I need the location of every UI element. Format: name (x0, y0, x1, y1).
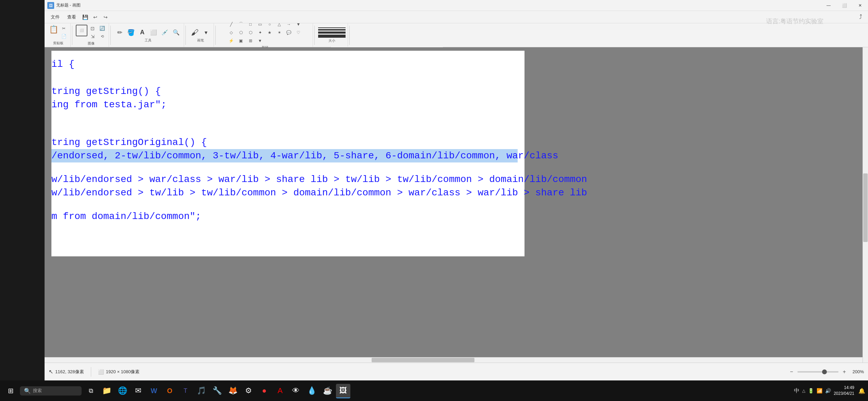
vertical-scroll-thumb[interactable] (863, 173, 868, 242)
line-tool[interactable]: ╱ (227, 21, 236, 28)
tray-wifi[interactable]: 📶 (817, 388, 822, 393)
code-line-2: tring getString() { (51, 85, 518, 98)
cursor-icon: ↖ (49, 368, 53, 375)
taskbar-search[interactable]: 🔍 搜索 (20, 386, 82, 396)
eraser-btn[interactable]: ⬜ (148, 28, 159, 37)
taskbar-app-settings[interactable]: 🔧 (210, 384, 224, 398)
code-line-1: il { (51, 58, 518, 71)
zoom-tool-btn[interactable]: 🔍 (171, 28, 182, 37)
flip-btn[interactable]: ⟲ (98, 33, 107, 40)
zoom-thumb[interactable] (822, 369, 827, 374)
brush-dropdown-btn[interactable]: ▼ (201, 28, 212, 37)
code-line-3: ing from testa.jar"; (51, 98, 518, 111)
window-controls: — ⬜ ✕ (821, 0, 868, 11)
close-button[interactable]: ✕ (852, 0, 868, 11)
position-value: 1162, 328像素 (55, 369, 84, 375)
diamond-tool[interactable]: ◇ (227, 29, 236, 36)
taskbar-app-teams[interactable]: T (178, 384, 193, 398)
taskbar-app-office[interactable]: O (162, 384, 177, 398)
arrow-tool[interactable]: → (285, 21, 293, 28)
pencil-btn[interactable]: ✏ (114, 28, 125, 37)
menu-file[interactable]: 文件 (47, 13, 63, 22)
code-content: il { tring getString() { ing from testa.… (51, 51, 525, 230)
code-line-8: w/lib/endorsed > war/class > war/lib > s… (51, 173, 518, 186)
clock-date: 2023/04/21 (834, 391, 854, 397)
dimensions-value: 1920 × 1080像素 (106, 369, 140, 375)
triangle-tool[interactable]: △ (275, 21, 284, 28)
shapes-expand-btn[interactable]: ▼ (294, 21, 303, 28)
fill-btn[interactable]: 🪣 (125, 28, 136, 37)
toolbar-brush-group: 🖌 ▼ 画笔 (187, 23, 214, 47)
star5-tool[interactable]: ★ (265, 29, 274, 36)
tray-volume[interactable]: 🔊 (825, 388, 831, 393)
save-btn[interactable]: 💾 (80, 12, 90, 22)
rounded-rect-tool[interactable]: ▭ (256, 21, 265, 28)
toolbar-shapes-group: ╱ ⌒ □ ▭ ○ △ → ▼ ◇ ⬠ ⬡ ✦ ★ ✶ 💬 ♡ (217, 23, 313, 47)
star4-tool[interactable]: ✦ (256, 29, 265, 36)
resize-btn[interactable]: ⇲ (88, 33, 97, 40)
search-icon: 🔍 (24, 388, 31, 394)
fill-shape-btn[interactable]: ⊞ (246, 37, 255, 45)
taskbar-app-music[interactable]: 🎵 (194, 384, 208, 398)
cut-btn[interactable]: 📄 (59, 33, 68, 40)
status-divider-1 (91, 367, 91, 377)
menu-view[interactable]: 查看 (64, 13, 80, 22)
rect-tool[interactable]: □ (246, 21, 255, 28)
tray-notification-btn[interactable]: 🔔 (858, 388, 865, 394)
taskbar-app-eye[interactable]: 👁 (289, 384, 303, 398)
taskbar-app-paint[interactable]: 🖼 (336, 384, 350, 398)
zoom-minus-btn[interactable]: − (788, 368, 795, 376)
taskbar-app-pdf[interactable]: A (273, 384, 287, 398)
canvas-icon: ⬜ (98, 369, 104, 375)
tray-up-arrow[interactable]: △ (802, 388, 805, 393)
star6-tool[interactable]: ✶ (275, 29, 284, 36)
callout-tool[interactable]: 💬 (285, 29, 293, 36)
watermark: 语言:粤语节约实验室 (766, 17, 823, 25)
eyedropper-btn[interactable]: 💉 (159, 28, 170, 37)
select-rect-btn[interactable]: ⬜ (76, 25, 87, 36)
vertical-scrollbar[interactable] (863, 47, 868, 363)
zoom-slider[interactable] (797, 371, 839, 373)
outline-btn[interactable]: ▣ (237, 37, 245, 45)
search-text[interactable]: 搜索 (33, 388, 42, 394)
taskbar-app-java[interactable]: ☕ (320, 384, 335, 398)
minimize-button[interactable]: — (821, 0, 836, 11)
taskbar-app-folder[interactable]: 📁 (99, 384, 114, 398)
crop-btn[interactable]: ⊡ (88, 25, 97, 32)
brush-btn[interactable]: 🖌 (189, 28, 200, 37)
taskbar-app-water[interactable]: 💧 (304, 384, 319, 398)
start-button[interactable]: ⊞ (3, 384, 18, 398)
pentagon-tool[interactable]: ⬠ (237, 29, 245, 36)
canvas-area[interactable]: il { tring getString() { ing from testa.… (45, 47, 863, 363)
brush-label: 画笔 (197, 38, 204, 43)
restore-button[interactable]: ⬜ (836, 0, 852, 11)
canvas-dimensions: ⬜ 1920 × 1080像素 (98, 369, 140, 375)
redo-btn[interactable]: ↪ (101, 12, 110, 22)
paste-btn[interactable]: 📋 (48, 25, 59, 34)
tray-clock[interactable]: 14:49 2023/04/21 (834, 385, 854, 397)
hexagon-tool[interactable]: ⬡ (246, 29, 255, 36)
lightning-tool[interactable]: ⚡ (227, 37, 236, 45)
taskbar-app-word[interactable]: W (147, 384, 161, 398)
copy-btn[interactable]: ✂ (59, 25, 68, 32)
taskbar-app-fox[interactable]: 🦊 (226, 384, 240, 398)
heart-tool[interactable]: ♡ (294, 29, 303, 36)
code-line-5: tring getStringOriginal() { (51, 136, 518, 149)
fill-dropdown-btn[interactable]: ▼ (256, 37, 265, 45)
zoom-plus-btn[interactable]: + (841, 368, 848, 376)
taskbar-app-mail[interactable]: ✉ (131, 384, 145, 398)
tray-keyboard[interactable]: 中 (794, 387, 799, 394)
taskbar-app-browser[interactable]: 🌐 (115, 384, 130, 398)
taskbar-app-dev[interactable]: ⚙ (241, 384, 256, 398)
tray-battery[interactable]: 🔋 (808, 388, 814, 393)
ellipse-tool[interactable]: ○ (265, 21, 274, 28)
share-btn[interactable]: ⤴ (856, 12, 865, 22)
task-view-btn[interactable]: ⧉ (84, 384, 98, 398)
curve-tool[interactable]: ⌒ (237, 21, 245, 28)
rotate-btn[interactable]: 🔄 (98, 25, 107, 32)
taskbar-app-red[interactable]: ● (257, 384, 272, 398)
text-btn[interactable]: A (137, 28, 148, 37)
horizontal-scroll-thumb[interactable] (372, 358, 474, 362)
undo-btn[interactable]: ↩ (91, 12, 100, 22)
horizontal-scrollbar[interactable] (45, 357, 863, 363)
